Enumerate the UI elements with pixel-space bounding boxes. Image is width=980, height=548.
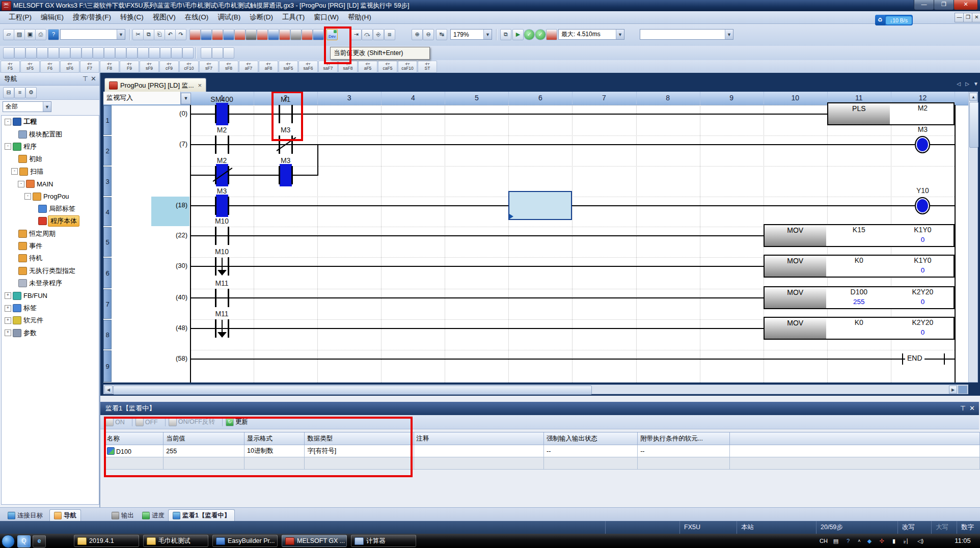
mdi-close-button[interactable]: ✕ <box>972 13 980 22</box>
print-icon[interactable]: ⎙ <box>35 29 46 40</box>
network-speed-badge[interactable]: ♻ ↓10 B/s <box>875 15 913 25</box>
ladder-selection-cursor[interactable] <box>508 191 572 220</box>
tree-item-未登录程序[interactable]: 未登录程序 <box>2 277 99 289</box>
search-icon[interactable]: Q <box>17 535 31 547</box>
help-tray-icon[interactable]: ? <box>843 536 853 545</box>
keyboard-icon[interactable]: ▤ <box>831 536 840 545</box>
tree-item-FB/FUN[interactable]: +FB/FUN <box>2 289 99 302</box>
program-check-icon[interactable] <box>160 47 171 59</box>
tree-item-参数[interactable]: +参数 <box>2 327 99 339</box>
menu-item-7[interactable]: 调试(B) <box>213 11 245 23</box>
step-run-icon[interactable]: ⇥ <box>350 29 362 40</box>
tab-list-icon[interactable]: ▼ <box>972 80 979 88</box>
watch-cell[interactable]: -- <box>638 445 729 457</box>
rung-wire[interactable] <box>190 235 764 236</box>
expand-icon[interactable]: + <box>5 305 11 312</box>
scan-time-combo[interactable]: 最大: 4.510ms▼ <box>558 29 624 40</box>
rung-number-6[interactable]: 6 <box>103 258 112 288</box>
ladder-symbol-button-aF8[interactable]: ⫞⫟aF8 <box>259 61 278 73</box>
find-icon[interactable] <box>59 47 70 59</box>
start-button[interactable] <box>2 535 15 548</box>
ladder-symbol-button-saF5[interactable]: ⫞⫟saF5 <box>279 61 298 73</box>
rung-number-1[interactable]: 1 <box>103 105 112 135</box>
window-cascade-icon[interactable]: ⧈ <box>384 29 395 40</box>
menu-item-9[interactable]: 工具(T) <box>278 11 309 23</box>
watch-column-header-3[interactable]: 数据类型 <box>305 432 414 445</box>
zoom-out-icon[interactable]: ⊖ <box>423 29 434 40</box>
contact-leg[interactable] <box>215 319 216 338</box>
menu-item-2[interactable]: 编辑(E) <box>36 11 68 23</box>
dev-comment-icon[interactable] <box>81 47 93 59</box>
cross-ref-icon[interactable] <box>302 29 313 40</box>
current-value-change-icon[interactable]: Dev <box>326 29 338 40</box>
menu-item-11[interactable]: 帮助(H) <box>343 11 376 23</box>
tab-scroll-right-icon[interactable]: ▷ <box>964 80 971 88</box>
watch-cell[interactable]: -- <box>544 445 638 457</box>
cut-icon[interactable]: ✂ <box>132 29 144 40</box>
ladder-symbol-button-aF7[interactable]: ⫞⫟aF7 <box>239 61 258 73</box>
watch-row-empty[interactable] <box>104 457 980 470</box>
play-icon[interactable]: ▶ <box>512 29 524 40</box>
contact-leg[interactable] <box>279 105 280 123</box>
watch-cell[interactable]: D100 <box>104 445 164 457</box>
panel-tab-连接目标[interactable]: 连接目标 <box>3 509 47 522</box>
watch-column-header-6[interactable]: 附带执行条件的软元... <box>638 432 729 445</box>
close-button[interactable]: ✕ <box>954 0 978 10</box>
pou-list-icon[interactable] <box>14 47 25 59</box>
contact-leg[interactable] <box>228 289 229 307</box>
ladder-symbol-button-saF7[interactable]: ⫞⫟saF7 <box>318 61 338 73</box>
tree-item-MAIN[interactable]: -MAIN <box>2 178 99 190</box>
clock[interactable]: 11:05 <box>948 534 977 548</box>
watch-column-header-filler[interactable] <box>729 432 979 445</box>
ladder-symbol-button-caF5[interactable]: ⫞⫟caF5 <box>378 61 397 73</box>
rung-wire[interactable] <box>190 297 764 298</box>
contact-leg[interactable] <box>291 105 293 123</box>
open-folder-icon[interactable]: ▨ <box>14 29 25 40</box>
find-replace-icon[interactable] <box>70 47 81 59</box>
tree-item-无执行类型指定[interactable]: 无执行类型指定 <box>2 265 99 277</box>
rung-wire[interactable] <box>190 359 955 360</box>
tree-item-程序本体[interactable]: 程序本体 <box>2 215 99 227</box>
taskbar-button-计算器[interactable]: 计算器 <box>351 535 416 547</box>
vertical-scrollbar[interactable]: ▲ <box>968 92 978 382</box>
tree-display-icon[interactable]: ⊟ <box>3 87 14 98</box>
tree-item-ProgPou[interactable]: -ProgPou <box>2 190 99 202</box>
rung-number-7[interactable]: 7 <box>103 289 112 319</box>
file-combo[interactable]: ▼ <box>60 29 125 40</box>
network-icon[interactable]: ᵢᵣ∣ <box>902 536 911 545</box>
rung-number-5[interactable]: 5 <box>103 227 112 257</box>
tree-item-工程[interactable]: -工程 <box>2 116 99 128</box>
note-icon[interactable] <box>126 47 138 59</box>
output-coil-Y10[interactable] <box>915 197 930 214</box>
pinwheel-icon[interactable]: ✣ <box>877 536 886 545</box>
new-file-icon[interactable]: ▱ <box>3 29 14 40</box>
contact-leg[interactable] <box>215 105 216 123</box>
write-monitor-icon[interactable] <box>189 29 201 40</box>
contact-leg[interactable] <box>215 289 216 307</box>
contact-leg[interactable] <box>215 135 216 154</box>
ladder-symbol-button-cF9[interactable]: ⫞⫟cF9 <box>159 61 179 73</box>
fit-width-icon[interactable]: ↹ <box>436 29 447 40</box>
collapse-icon[interactable]: - <box>11 168 18 175</box>
browser-icon[interactable]: e <box>33 535 46 547</box>
rung-wire[interactable] <box>190 175 317 176</box>
ladder-symbol-button-sF9[interactable]: ⫞⫟sF9 <box>140 61 159 73</box>
tree-item-事件[interactable]: 事件 <box>2 240 99 252</box>
pin-icon[interactable]: ⊤ <box>83 73 88 85</box>
check-ok-icon[interactable]: ✓ <box>524 29 535 40</box>
expand-icon[interactable]: + <box>5 330 11 336</box>
split-box[interactable] <box>958 386 967 394</box>
menu-item-4[interactable]: 转换(C) <box>116 11 148 23</box>
scroll-right-icon[interactable]: ▶ <box>949 386 957 394</box>
zoom-level-combo[interactable]: 179%▼ <box>450 29 492 40</box>
tab-close-icon[interactable]: × <box>198 81 202 89</box>
gear-icon[interactable]: ⚙ <box>25 87 37 98</box>
rung-wire[interactable] <box>190 144 955 145</box>
watch-cell[interactable] <box>414 445 543 457</box>
watch-cell[interactable] <box>729 445 979 457</box>
ladder-symbol-button-aF5[interactable]: ⫞⫟aF5 <box>358 61 377 73</box>
dock-tab-输出[interactable]: 输出 <box>107 509 139 522</box>
contact-leg[interactable] <box>291 166 293 184</box>
tree-item-恒定周期[interactable]: 恒定周期 <box>2 228 99 240</box>
taskbar-button-2019.4.1[interactable]: 2019.4.1 <box>74 535 139 547</box>
